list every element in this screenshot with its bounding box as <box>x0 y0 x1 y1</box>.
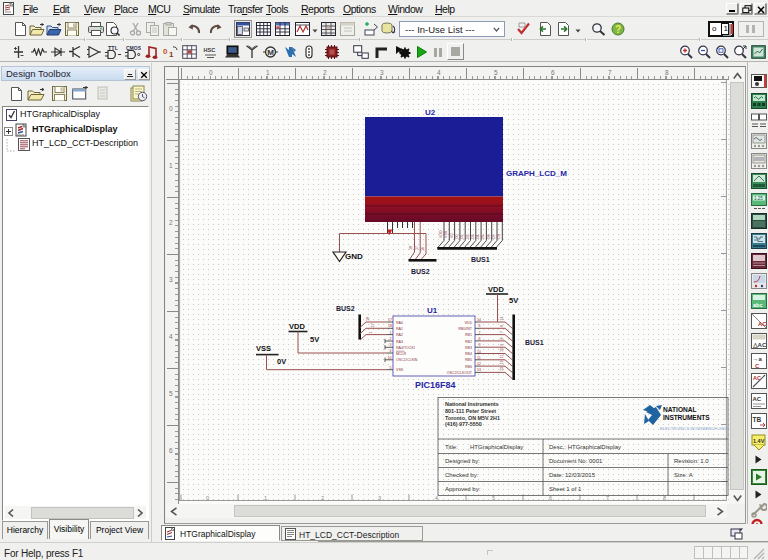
svg-text:12: 12 <box>500 361 504 365</box>
svg-text:8: 8 <box>479 337 481 341</box>
svg-text:801-111 Peter Street: 801-111 Peter Street <box>445 408 496 414</box>
svg-text:7: 7 <box>479 331 481 335</box>
svg-text:Title:: Title: <box>445 444 458 450</box>
svg-text:VSS: VSS <box>396 368 404 372</box>
svg-text:1: 1 <box>369 332 373 334</box>
svg-text:BUS1: BUS1 <box>471 256 490 263</box>
svg-text:3: 3 <box>390 343 392 347</box>
svg-text:INSTRUMENTS: INSTRUMENTS <box>663 414 710 421</box>
svg-text:RA3: RA3 <box>396 340 403 344</box>
svg-text:RB0/INT: RB0/INT <box>458 327 473 331</box>
svg-text:D1: D1 <box>460 234 464 239</box>
svg-text:RB3: RB3 <box>465 346 472 350</box>
svg-text:7: 7 <box>500 331 504 333</box>
svg-text:RA2: RA2 <box>396 333 403 337</box>
svg-text:C: C <box>755 363 760 369</box>
svg-text:4: 4 <box>390 349 392 353</box>
svg-text:AC: AC <box>753 396 762 402</box>
svg-text:1.25: 1.25 <box>754 196 763 201</box>
svg-text:Size: A: Size: A <box>674 472 693 478</box>
svg-text:5V: 5V <box>310 335 319 344</box>
svg-text:14: 14 <box>477 318 481 322</box>
svg-text:VDD: VDD <box>464 321 472 325</box>
svg-text:PIC16F84: PIC16F84 <box>415 380 456 390</box>
svg-text:13: 13 <box>477 368 481 372</box>
svg-text:12: 12 <box>477 362 481 366</box>
svg-text:Document No: 0001: Document No: 0001 <box>549 458 603 464</box>
svg-text:13: 13 <box>500 367 504 371</box>
svg-text:1: 1 <box>264 495 267 501</box>
svg-text:BUS2: BUS2 <box>336 305 355 312</box>
svg-text:HSC: HSC <box>204 47 216 53</box>
svg-text:HTGraphicalDisplay: HTGraphicalDisplay <box>470 444 523 450</box>
svg-text:0: 0 <box>206 495 209 501</box>
svg-text:NATIONAL: NATIONAL <box>663 406 697 413</box>
svg-text:9: 9 <box>500 344 504 346</box>
svg-text:D0: D0 <box>455 234 459 239</box>
svg-text:17: 17 <box>415 246 419 250</box>
svg-text:9: 9 <box>479 343 481 347</box>
svg-text:Toronto, ON M5V 2H1: Toronto, ON M5V 2H1 <box>445 415 500 421</box>
svg-text:Sheet 1 of 1: Sheet 1 of 1 <box>549 486 582 492</box>
svg-text:Desc.: HTGraphicalDisplay: Desc.: HTGraphicalDisplay <box>549 444 621 450</box>
svg-text:D6: D6 <box>487 234 491 239</box>
svg-text:TB: TB <box>753 416 762 423</box>
svg-text:OSC1/CLKIN: OSC1/CLKIN <box>396 358 418 362</box>
svg-text:Designed by:: Designed by: <box>445 458 480 464</box>
svg-text:OSC2/CLKOUT: OSC2/CLKOUT <box>447 371 473 375</box>
svg-text:16: 16 <box>421 247 425 251</box>
svg-text:Approved by:: Approved by: <box>445 486 481 492</box>
svg-text:17: 17 <box>388 318 392 322</box>
svg-text:16: 16 <box>388 356 392 360</box>
svg-text:11: 11 <box>500 355 504 359</box>
svg-text:abc: abc <box>753 302 762 308</box>
svg-text:CS: CS <box>497 233 501 239</box>
svg-text:D4: D4 <box>476 234 480 239</box>
svg-text:D3: D3 <box>471 234 475 239</box>
svg-text:8: 8 <box>500 337 504 339</box>
svg-text:D2: D2 <box>466 234 470 239</box>
svg-text:?: ? <box>615 24 621 35</box>
svg-text:V0: V0 <box>450 234 454 238</box>
svg-text:10: 10 <box>477 350 481 354</box>
svg-text:D5: D5 <box>481 234 485 239</box>
svg-text:14: 14 <box>500 317 504 321</box>
svg-text:U1: U1 <box>427 306 438 315</box>
svg-text:AC: AC <box>753 375 761 381</box>
svg-text:△AC: △AC <box>752 342 767 348</box>
svg-text:Revision: 1.0: Revision: 1.0 <box>674 458 709 464</box>
svg-text:RA1: RA1 <box>396 327 403 331</box>
svg-text:18: 18 <box>388 324 392 328</box>
svg-text:1: 1 <box>169 50 174 59</box>
svg-text:RB6: RB6 <box>465 365 472 369</box>
svg-text:5V: 5V <box>509 296 518 305</box>
svg-text:RB4: RB4 <box>465 352 472 356</box>
svg-text:6: 6 <box>500 325 504 327</box>
svg-text:6: 6 <box>479 324 481 328</box>
svg-text:10: 10 <box>500 348 504 352</box>
svg-text:18: 18 <box>409 246 413 250</box>
svg-text:D7: D7 <box>492 234 496 239</box>
svg-text:0V: 0V <box>277 357 286 366</box>
svg-text:(416) 977-5550: (416) 977-5550 <box>445 421 482 427</box>
svg-text:→a: →a <box>753 356 763 362</box>
svg-text:2: 2 <box>390 337 392 341</box>
svg-text:VSS: VSS <box>444 230 448 238</box>
svg-text:RA0: RA0 <box>396 321 403 325</box>
svg-text:AC: AC <box>758 321 767 327</box>
svg-text:VSS: VSS <box>256 344 271 353</box>
svg-text:RB5: RB5 <box>465 358 472 362</box>
svg-text:1.4V: 1.4V <box>753 438 765 444</box>
svg-text:BUS1: BUS1 <box>525 339 544 346</box>
svg-text:U2: U2 <box>425 108 436 117</box>
svg-text:11: 11 <box>477 356 481 360</box>
svg-text:18: 18 <box>366 317 370 321</box>
svg-text:ELECTRONICS WORKBENCH GROUP: ELECTRONICS WORKBENCH GROUP <box>660 426 729 431</box>
svg-text:1: 1 <box>390 331 392 335</box>
svg-text:RB2: RB2 <box>465 340 472 344</box>
svg-text:17: 17 <box>371 323 375 327</box>
svg-text:Date: 12/03/2015: Date: 12/03/2015 <box>549 472 596 478</box>
svg-text:0: 0 <box>163 47 168 56</box>
svg-text:RB1: RB1 <box>465 333 472 337</box>
svg-text:VDD: VDD <box>488 285 504 294</box>
